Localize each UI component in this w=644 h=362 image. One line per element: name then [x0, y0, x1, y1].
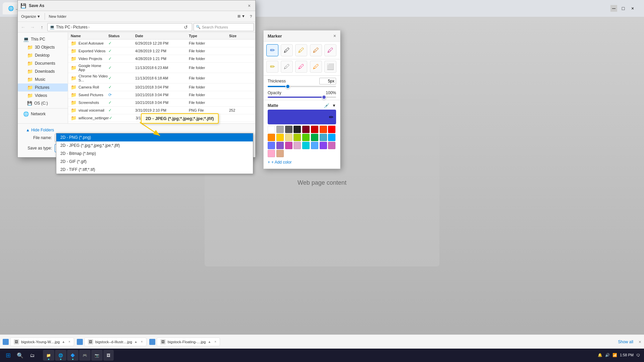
color-pink-light[interactable]	[293, 142, 301, 149]
start-button[interactable]: ⊞	[3, 350, 13, 361]
bottom-tab-close-3[interactable]: ×	[214, 340, 216, 344]
marker-tool-marker2[interactable]: 🖊	[281, 61, 293, 73]
taskbar-clock[interactable]: 1:58 PM	[620, 353, 634, 358]
sidebar-item-documents[interactable]: 📁 Documents	[18, 59, 68, 67]
color-red-orange[interactable]	[320, 126, 327, 133]
show-all-button[interactable]: Show all	[615, 338, 636, 346]
sidebar-item-downloads[interactable]: 📁 Downloads	[18, 67, 68, 75]
thickness-slider[interactable]	[268, 86, 336, 87]
eyedropper-tool[interactable]: ✏	[329, 114, 333, 120]
marker-close-button[interactable]: ×	[333, 33, 336, 39]
taskbar-edge[interactable]: 🔷	[67, 350, 78, 361]
dropdown-item-1[interactable]: 2D - JPEG (*.jpg;*.jpeg;*.jpe;*.jfif)	[56, 141, 253, 149]
browser-close[interactable]: ×	[629, 5, 636, 12]
bottom-tab-3[interactable]: 🖼 bigstock-Floating-....jpg ▲ ×	[157, 338, 220, 346]
bottom-tab-close-1[interactable]: ×	[68, 340, 70, 344]
color-teal[interactable]	[320, 134, 327, 141]
color-light-yellow[interactable]	[285, 134, 292, 141]
opacity-thumb[interactable]	[322, 95, 326, 100]
table-row[interactable]: 📁 Video Projects ✓ 4/28/2019 1:21 PM Fil…	[68, 55, 255, 63]
marker-tool-marker-pink2[interactable]: 🖊	[295, 61, 307, 73]
col-size[interactable]: Size	[229, 34, 253, 38]
marker-tool-marker-orange2[interactable]: 🖊	[310, 61, 322, 73]
dropdown-item-2[interactable]: 2D - Bitmap (*.bmp)	[56, 149, 253, 158]
bottom-tab-expand-2[interactable]: ▲	[134, 340, 138, 344]
dialog-close-button[interactable]: ×	[246, 2, 253, 9]
marker-tool-pen[interactable]: 🖊	[281, 44, 293, 56]
table-row[interactable]: 📁 Exported Videos ✓ 4/28/2019 1:22 PM Fi…	[68, 47, 255, 55]
dropdown-item-0[interactable]: 2D - PNG (*.png)	[56, 133, 253, 141]
color-rose[interactable]	[328, 142, 335, 149]
new-folder-button[interactable]: New folder	[47, 13, 69, 20]
sidebar-item-videos[interactable]: 📁 Videos	[18, 92, 68, 100]
color-indigo[interactable]	[268, 142, 275, 149]
organize-button[interactable]: Organize ▼	[19, 13, 43, 20]
color-cyan[interactable]	[302, 142, 310, 149]
color-dark-green[interactable]	[311, 134, 318, 141]
bottom-tab-expand-1[interactable]: ▲	[62, 340, 65, 344]
col-status[interactable]: Status	[108, 34, 135, 38]
sidebar-item-os-c[interactable]: 💾 OS (C:)	[18, 100, 68, 107]
color-peach[interactable]	[268, 150, 275, 157]
dropdown-item-3[interactable]: 2D - GIF (*.gif)	[56, 158, 253, 166]
color-bright-red[interactable]	[328, 126, 335, 133]
addr-forward-button[interactable]: →	[29, 23, 37, 31]
sidebar-item-this-pc[interactable]: 💻 This PC	[18, 35, 68, 43]
matte-active-color[interactable]: ✏	[268, 110, 336, 124]
sidebar-item-3d-objects[interactable]: 📁 3D Objects	[18, 43, 68, 51]
color-sky-blue[interactable]	[328, 134, 335, 141]
view-button[interactable]: ⊞ ▼	[235, 13, 247, 20]
matte-collapse-icon[interactable]: ▼	[332, 103, 336, 108]
table-row[interactable]: 📁 Camera Roll ✓ 10/21/2018 3:04 PM File …	[68, 83, 255, 91]
taskbar-app3[interactable]: 🖼	[103, 350, 114, 361]
color-orange[interactable]	[268, 134, 275, 141]
tray-icon-2[interactable]: 🔊	[605, 353, 610, 357]
search-box[interactable]: 🔍 Search Pictures	[194, 23, 254, 31]
add-color-button[interactable]: + + Add color	[268, 159, 336, 166]
addr-up-button[interactable]: ↑	[38, 23, 46, 31]
sidebar-item-network[interactable]: 🌐 Network	[18, 110, 68, 118]
table-row[interactable]: 📁 Saved Pictures ⟳ 10/21/2018 3:04 PM Fi…	[68, 91, 255, 99]
notification-center[interactable]: 🗨	[636, 353, 640, 357]
color-black[interactable]	[293, 126, 301, 133]
search-taskbar-button[interactable]: 🔍	[15, 350, 25, 361]
eyedropper-icon[interactable]: 💉	[324, 103, 329, 108]
color-red[interactable]	[311, 126, 318, 133]
sidebar-item-music[interactable]: 📁 Music	[18, 75, 68, 83]
opacity-slider[interactable]	[268, 97, 336, 98]
color-white[interactable]	[268, 126, 275, 133]
marker-tool-marker-yellow[interactable]: 🖊	[295, 44, 307, 56]
help-button[interactable]: ?	[248, 13, 254, 20]
color-gray-dark[interactable]	[285, 126, 292, 133]
color-tan[interactable]	[276, 150, 284, 157]
addr-refresh-button[interactable]: ↺	[182, 23, 190, 31]
taskbar-file-explorer[interactable]: 📁	[43, 350, 54, 361]
hide-folders-button[interactable]: ▲ Hide Folders	[26, 128, 54, 132]
table-row[interactable]: 📁 Google Home App ✓ 11/13/2018 6:23 AM F…	[68, 63, 255, 73]
marker-tool-marker-orange[interactable]: 🖊	[310, 44, 322, 56]
tray-icon-1[interactable]: 🔔	[598, 353, 602, 357]
color-magenta[interactable]	[285, 142, 292, 149]
table-row[interactable]: 📁 Excel Autosave ✓ 6/29/2019 12:28 PM Fi…	[68, 40, 255, 47]
sidebar-item-desktop[interactable]: 📁 Desktop	[18, 51, 68, 59]
sidebar-item-pictures[interactable]: 📁 Pictures	[18, 83, 68, 92]
color-green[interactable]	[302, 134, 310, 141]
marker-tool-pencil-blue[interactable]: ✏	[266, 44, 278, 56]
bottom-tab-expand-3[interactable]: ▲	[208, 340, 211, 344]
color-yellow-green[interactable]	[293, 134, 301, 141]
taskbar-chrome[interactable]: 🌐	[55, 350, 66, 361]
color-gray-light[interactable]	[276, 126, 284, 133]
marker-tool-eraser[interactable]: ⬜	[324, 61, 336, 73]
thickness-thumb[interactable]	[285, 84, 290, 89]
address-bar[interactable]: 💻 This PC › Pictures › ↺	[47, 23, 192, 31]
bottom-tab-1[interactable]: 🖼 bigstock-Young-W....jpg ▲ ×	[10, 338, 74, 346]
taskbar-app2[interactable]: 📷	[91, 350, 103, 361]
table-row[interactable]: 📁 Screenshots ✓ 10/21/2018 3:04 PM File …	[68, 99, 255, 107]
task-view-button[interactable]: 🗂	[27, 350, 38, 361]
bottom-tab-close-2[interactable]: ×	[141, 340, 143, 344]
color-light-blue[interactable]	[311, 142, 318, 149]
browser-minimize[interactable]: ─	[610, 5, 617, 12]
marker-tool-pencil-yellow[interactable]: ✏	[266, 61, 278, 73]
col-type[interactable]: Type	[189, 34, 229, 38]
color-violet[interactable]	[320, 142, 327, 149]
